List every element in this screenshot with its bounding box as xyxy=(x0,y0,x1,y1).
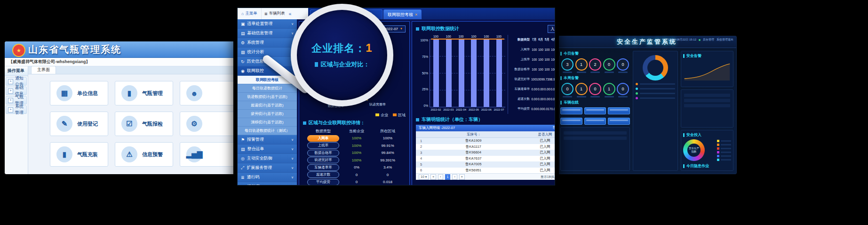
row-label: 超速次数 xyxy=(510,97,531,101)
stat-circle: 0 xyxy=(617,83,629,97)
online-stat-button[interactable] xyxy=(608,118,630,125)
stat-label xyxy=(605,96,614,97)
vehicle-list-button[interactable]: ≣ 车辆列表 xyxy=(262,11,288,16)
expand-icon[interactable]: + xyxy=(8,79,13,84)
function-card[interactable]: ✎ 使用登记 xyxy=(50,112,108,136)
sidebar-menu-item[interactable]: ⚙ 系统管理 xyxy=(238,38,297,48)
main-menu-tab[interactable]: ⌂ 主菜单 xyxy=(238,8,262,19)
stat-value: 0 xyxy=(617,83,629,95)
sidebar-submenu-item[interactable]: 每日轨迹数据统计 xyxy=(238,84,297,93)
section-bullet xyxy=(416,27,419,31)
sort-plate-column[interactable]: 车牌号 ↕ xyxy=(426,132,520,137)
table-row[interactable]: 6 鲁K56951 已入网 xyxy=(416,168,555,174)
region-value: 99.84% xyxy=(370,151,406,155)
online-stat-button[interactable] xyxy=(584,118,606,125)
row-label: 轨迹完好率 xyxy=(510,77,531,81)
sort-status-column[interactable]: 是否入网 xyxy=(520,132,555,137)
function-card[interactable]: ⚠ 信息预警 xyxy=(115,142,173,167)
legend-swatch xyxy=(393,113,397,116)
sidebar-submenu-item[interactable]: 轨迹数据统计(基于运政) xyxy=(238,93,297,101)
app-tab[interactable]: 联网联控考核 × xyxy=(383,9,422,19)
legend-swatch xyxy=(717,147,719,150)
region-value: 0.018 xyxy=(370,180,406,184)
online-stat-button[interactable] xyxy=(608,107,630,114)
metric-pill-button[interactable]: 平均疲劳 xyxy=(307,179,339,185)
sidebar-menu-item[interactable]: ▤ 整合运单 ∨ xyxy=(238,145,297,154)
menu-item-icon: ▣ xyxy=(241,22,245,26)
sidebar-menu-item[interactable]: ▣ 违章处置管理 ∨ xyxy=(238,19,297,29)
sidebar-submenu-item[interactable]: 每日轨迹数据统计（测试） xyxy=(238,127,297,135)
metric-pill-button[interactable]: 车辆遵章率 xyxy=(307,164,339,171)
online-stat-button[interactable] xyxy=(584,107,606,114)
online-stat-button[interactable] xyxy=(560,118,582,125)
sidebar-header: 操作菜单 xyxy=(5,66,28,76)
app-header: ⌂ 主菜单 ≣ 车辆列表 « xyxy=(238,8,555,19)
chevron-down-icon: ∨ xyxy=(291,22,294,26)
app-title-bar: ★ 山东省气瓶管理系统 xyxy=(5,41,238,58)
metric-pill-button[interactable]: 数据合格率 xyxy=(307,150,339,156)
online-stat-button[interactable] xyxy=(560,107,582,114)
expand-icon[interactable]: + xyxy=(8,88,13,94)
metric-pill-button[interactable]: 入网率 xyxy=(307,135,339,142)
first-page-button[interactable]: « xyxy=(430,174,436,180)
investment-legend xyxy=(717,140,731,161)
sidebar-menu-item[interactable]: ⤢ 扩展服务管理 ∨ xyxy=(238,163,297,173)
table-row[interactable]: 3 鲁K96604 已入网 xyxy=(416,150,555,156)
admin-link[interactable]: 后台管理 xyxy=(703,38,714,42)
function-card[interactable]: ☻ xyxy=(180,81,238,105)
function-card[interactable]: ▮ 气瓶充装 xyxy=(50,142,108,167)
sidebar-menu-item[interactable]: ≣ 通行码 ∨ xyxy=(238,173,297,182)
table-row[interactable]: 5 鲁KA7005 已入网 xyxy=(416,161,555,168)
function-card[interactable]: ▮ 气瓶管理 xyxy=(115,81,173,105)
sidebar-menu-item[interactable]: ▦ 资料库 ∨ xyxy=(238,182,297,185)
month-table-row: 平均疲劳 0.00 0.00 0.017 0.00 0.00 0.00 xyxy=(510,104,555,114)
monthly-bar-chart: 100%75%50%25%0% 100100100100100100 xyxy=(416,35,505,114)
legend-item: 区域 xyxy=(393,112,406,117)
stat-value: 0 xyxy=(603,58,615,71)
card-grid: ▦ 单位信息 ▮ 气瓶管理 ☻ xyxy=(28,74,238,174)
table-row[interactable]: 4 鲁KA7637 已入网 xyxy=(416,156,555,162)
sidebar-item[interactable]: + 系统管理 xyxy=(6,105,27,114)
chevron-down-icon: ∨ xyxy=(291,166,294,170)
card-icon: ☻ xyxy=(186,85,202,101)
last-page-button[interactable]: » xyxy=(459,174,465,180)
legend-item xyxy=(717,147,731,150)
table-row[interactable]: 1 鲁KA1909 已入网 xyxy=(416,138,555,144)
collapse-sidebar-icon[interactable]: « xyxy=(288,11,293,16)
vehicle-table: 车辆入网明细 -2022-07 导出数据 车牌号 ↕ 是否入网 xyxy=(416,125,555,180)
table-row[interactable]: 2 鲁KA1117 已入网 xyxy=(416,144,555,150)
function-card[interactable]: ⚙ xyxy=(180,112,238,136)
sidebar-submenu-item[interactable]: 超速统计(基于运政) xyxy=(238,101,297,110)
tab-main[interactable]: 主界面 xyxy=(31,66,56,74)
close-tab-icon[interactable]: × xyxy=(415,12,417,17)
metric-dropdown[interactable]: 入网率 ▼ xyxy=(548,25,555,33)
sidebar-submenu-item[interactable]: 疲劳统计(基于运政) xyxy=(238,110,297,118)
sidebar-menu-item[interactable]: ◎ 主动安全防御 ∨ xyxy=(238,154,297,163)
current-page[interactable]: 1 xyxy=(445,174,451,180)
sidebar-menu-item[interactable]: ⚑ 报警管理 ∨ xyxy=(238,135,297,145)
stat-value: 0 xyxy=(617,58,629,71)
chevron-down-icon: ∨ xyxy=(291,157,294,161)
legend-dash xyxy=(721,152,731,153)
card-label: 单位信息 xyxy=(77,90,98,97)
function-card[interactable]: ▦ 单位信息 xyxy=(50,81,108,105)
metric-pill-button[interactable]: 轨迹完好率 xyxy=(307,157,339,163)
export-data-button[interactable]: 导出数据 xyxy=(552,126,555,130)
metric-pill-button[interactable]: 上线率 xyxy=(307,142,339,149)
next-page-button[interactable]: › xyxy=(452,174,457,180)
expand-icon[interactable]: + xyxy=(8,107,13,112)
card-icon: ⚠ xyxy=(121,146,137,162)
sidebar-menu-item[interactable]: ▤ 基础信息管理 ∨ xyxy=(238,29,297,38)
bar xyxy=(471,39,477,107)
function-card[interactable]: ☑ 气瓶报检 xyxy=(115,112,173,136)
logout-link[interactable]: 系统管理退出 xyxy=(717,38,733,42)
function-card[interactable]: ▂▅▇ xyxy=(180,142,238,167)
metric-pill-button[interactable]: 超速次数 xyxy=(307,171,339,178)
expand-icon[interactable]: + xyxy=(8,98,13,103)
home-icon: ⌂ xyxy=(241,11,244,16)
safety-investment-title: 安全投入 xyxy=(686,132,701,137)
prev-page-button[interactable]: ‹ xyxy=(438,174,443,180)
sidebar-submenu-item[interactable]: 漂移统计(基于运政) xyxy=(238,118,297,127)
detail-row: 超速次数 0 0 xyxy=(303,171,406,179)
page-size-select[interactable]: 10 ▾ xyxy=(419,174,429,180)
